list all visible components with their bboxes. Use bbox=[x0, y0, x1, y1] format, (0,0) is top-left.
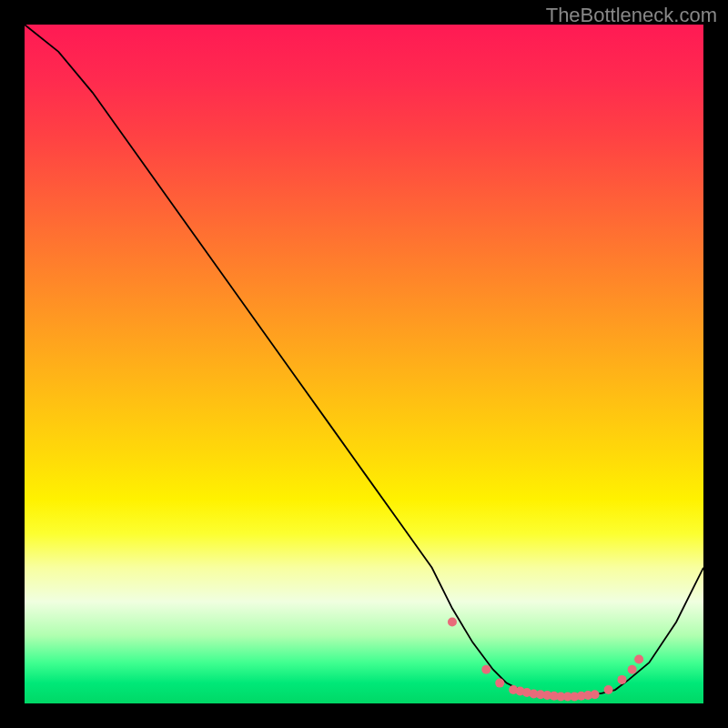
bottleneck-curve bbox=[25, 25, 703, 697]
attribution-text: TheBottleneck.com bbox=[546, 4, 717, 27]
marker-point bbox=[448, 617, 457, 626]
marker-point bbox=[495, 679, 504, 688]
marker-point bbox=[634, 655, 643, 664]
marker-points bbox=[448, 617, 643, 701]
marker-point bbox=[481, 665, 490, 674]
plot-area bbox=[25, 25, 703, 703]
marker-point bbox=[628, 665, 637, 674]
marker-point bbox=[617, 675, 626, 684]
marker-point bbox=[604, 685, 613, 694]
chart-svg bbox=[25, 25, 703, 703]
marker-point bbox=[591, 690, 600, 699]
